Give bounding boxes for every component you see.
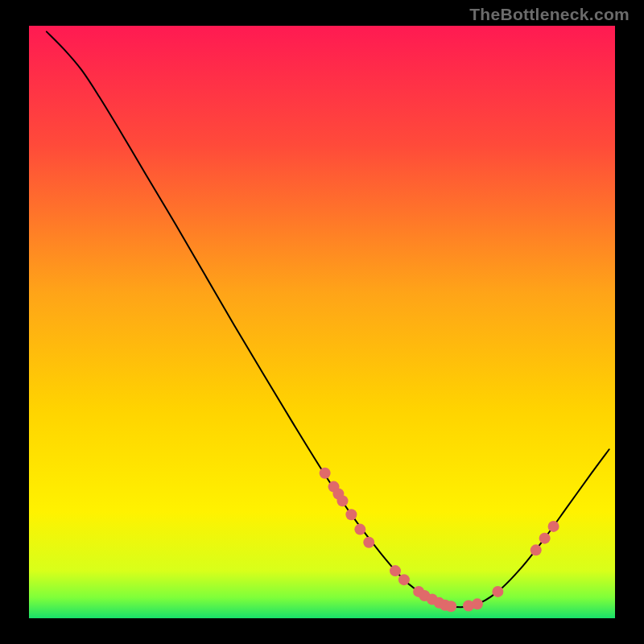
marker-point — [336, 495, 348, 506]
marker-point — [492, 586, 503, 597]
marker-point — [354, 524, 365, 535]
chart-background — [29, 26, 615, 618]
marker-point — [398, 574, 410, 585]
chart-svg — [0, 0, 644, 644]
marker-point — [345, 509, 357, 520]
marker-point — [390, 565, 401, 576]
watermark-label: TheBottleneck.com — [469, 5, 630, 24]
marker-point — [530, 544, 542, 555]
marker-point — [539, 533, 551, 544]
marker-point — [320, 468, 331, 479]
marker-point — [363, 537, 374, 548]
marker-point — [548, 521, 559, 532]
marker-point — [472, 598, 483, 609]
marker-point — [445, 601, 456, 612]
chart-container: TheBottleneck.com — [0, 0, 644, 644]
